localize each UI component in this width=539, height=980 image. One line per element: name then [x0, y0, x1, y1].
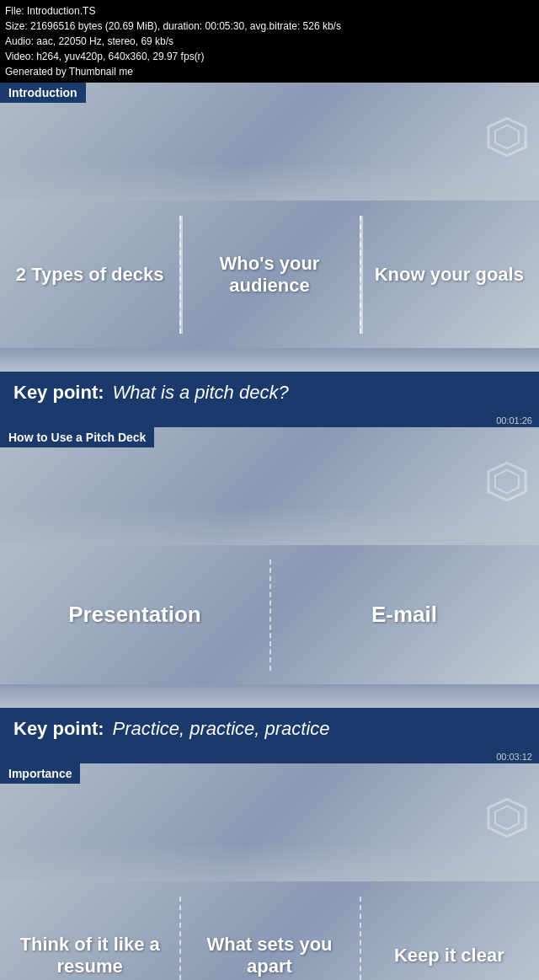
importance-thumbnail: Importance — [0, 763, 539, 881]
keypoint2-text: Practice, practice, practice — [113, 718, 330, 740]
svg-marker-1 — [495, 126, 519, 149]
file-line2: Size: 21696516 bytes (20.69 MiB), durati… — [5, 19, 534, 34]
watermark-icon — [485, 115, 529, 169]
keypoint1-timestamp: 00:01:26 — [0, 414, 539, 427]
file-line3: Audio: aac, 22050 Hz, stereo, 69 kb/s — [5, 34, 534, 49]
svg-marker-4 — [488, 800, 526, 837]
file-info-block: File: Introduction.TS Size: 21696516 byt… — [0, 0, 539, 83]
keypoint1-label: Key point: — [13, 382, 104, 404]
intro-title: Introduction — [0, 83, 86, 103]
keypoint2-label: Key point: — [13, 718, 104, 740]
keypoint1-text: What is a pitch deck? — [113, 382, 289, 404]
how-thumbnail: How to Use a Pitch Deck — [0, 427, 539, 545]
watermark-icon3 — [485, 796, 529, 849]
intro-thumbnail: Introduction — [0, 83, 539, 201]
file-line4: Video: h264, yuv420p, 640x360, 29.97 fps… — [5, 49, 534, 64]
grid1-col3: Know your goals — [360, 201, 539, 348]
grid3-col1: Think of it like a resume — [0, 881, 179, 980]
separator2 — [0, 684, 539, 708]
grid1-col2: Who's your audience — [179, 201, 359, 348]
how-title: How to Use a Pitch Deck — [0, 427, 154, 447]
grid2-col1: Presentation — [0, 545, 270, 684]
watermark-icon2 — [485, 460, 529, 513]
svg-marker-0 — [488, 119, 526, 156]
grid1-col1: 2 Types of decks — [0, 201, 179, 348]
svg-marker-2 — [488, 463, 526, 501]
keypoint2-bar: Key point: Practice, practice, practice — [0, 708, 539, 750]
svg-marker-3 — [495, 470, 519, 494]
grid3-card: Think of it like a resume What sets you … — [0, 881, 539, 980]
importance-title: Importance — [0, 763, 80, 784]
separator1 — [0, 348, 539, 372]
grid1-card: 2 Types of decks Who's your audience Kno… — [0, 201, 539, 348]
keypoint2-timestamp: 00:03:12 — [0, 750, 539, 763]
grid2-card: Presentation E-mail — [0, 545, 539, 684]
keypoint1-bar: Key point: What is a pitch deck? — [0, 372, 539, 414]
file-line5: Generated by Thumbnail me — [5, 64, 534, 79]
grid3-col2: What sets you apart — [179, 881, 359, 980]
file-line1: File: Introduction.TS — [5, 3, 534, 19]
grid3-col3: Keep it clear — [360, 881, 539, 980]
grid2-col2: E-mail — [270, 545, 539, 684]
svg-marker-5 — [495, 806, 519, 830]
